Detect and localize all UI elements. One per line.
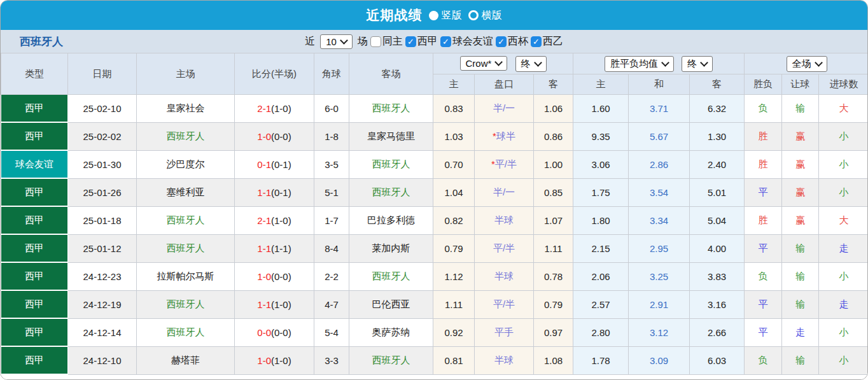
home-team-cell: 皇家社会: [137, 95, 235, 123]
type-cell: 西甲: [1, 178, 68, 206]
checkbox-label: 球会友谊: [452, 35, 493, 48]
avg-home-odds: 2.80: [573, 318, 629, 346]
checkbox-icon[interactable]: [531, 36, 542, 47]
avg-home-odds: 2.06: [573, 262, 629, 290]
score-cell: 2-1(1-0): [235, 95, 314, 123]
chevron-down-icon: [661, 59, 669, 67]
avg-draw-odds: 2.91: [629, 290, 690, 318]
avg-draw-odds: 3.12: [629, 318, 690, 346]
half-score: (0-0): [271, 327, 291, 338]
avg-home-odds: 2.57: [573, 290, 629, 318]
checkbox-icon[interactable]: [405, 36, 416, 47]
titlebar: 近期战绩 竖版 横版: [1, 1, 867, 30]
crow-home-odds: 0.92: [433, 318, 475, 346]
layout-horizontal-option[interactable]: 横版: [468, 9, 502, 22]
away-team-cell: 西班牙人: [349, 346, 433, 374]
avg-type-select[interactable]: 胜平负均值: [605, 56, 674, 72]
handicap-result-cell: 赢: [782, 178, 819, 206]
odds-company-value: Crow*: [466, 58, 492, 69]
layout-vertical-option[interactable]: 竖版: [429, 9, 462, 22]
score-cell: 0-0(0-0): [235, 318, 314, 346]
table-row: 西甲25-01-18西班牙人2-1(1-0)1-7巴拉多利德0.82半球1.07…: [1, 206, 868, 234]
handicap-result-cell: 输: [782, 262, 819, 290]
away-team-cell: 皇家马德里: [349, 122, 433, 150]
match-count-select[interactable]: 10: [320, 34, 353, 49]
table-row: 球会友谊25-01-30沙巴度尔0-1(0-1)3-5西班牙人0.70*平/半1…: [1, 150, 868, 178]
scope-select[interactable]: 全场: [787, 56, 827, 72]
score-cell: 1-1(1-0): [235, 290, 314, 318]
avg-home-odds: 1.60: [573, 95, 629, 123]
handicap-cell: 半/一: [475, 95, 534, 123]
col-header-date: 日期: [68, 53, 137, 95]
crow-away-odds: 0.97: [534, 318, 573, 346]
radio-unselected-icon[interactable]: [468, 10, 479, 20]
sub-col-header: 让球: [782, 74, 819, 95]
handicap-value: 平手: [494, 327, 514, 337]
avg-home-odds: 1.75: [573, 178, 629, 206]
half-score: (1-0): [271, 215, 291, 226]
home-team-cell: 赫塔菲: [137, 346, 235, 374]
col-header-score: 比分(半场): [235, 53, 314, 95]
result-cell: 胜: [745, 206, 782, 234]
home-team-cell: 西班牙人: [137, 290, 235, 318]
type-cell: 西甲: [1, 290, 68, 318]
match-count-value: 10: [326, 36, 337, 47]
page-title: 近期战绩: [367, 6, 423, 24]
half-score: (0-0): [271, 271, 291, 282]
sub-col-header: 客: [534, 74, 573, 95]
handicap-cell: 半球: [475, 346, 534, 374]
radio-selected-icon[interactable]: [429, 11, 438, 20]
handicap-result-cell: 赢: [782, 206, 819, 234]
full-score: 1-0: [257, 131, 271, 142]
handicap-cell: 平/半: [475, 290, 534, 318]
checkbox-icon[interactable]: [496, 36, 507, 47]
col-header-corner: 角球: [314, 53, 349, 95]
score-cell: 2-1(1-0): [235, 206, 314, 234]
handicap-value: 平/半: [493, 243, 515, 253]
crow-home-odds: 1.11: [433, 290, 475, 318]
checkbox-icon[interactable]: [370, 36, 381, 47]
odds-time-select[interactable]: 终: [515, 56, 547, 72]
avg-away-odds: 1.30: [690, 122, 745, 150]
checkbox-icon[interactable]: [440, 36, 451, 47]
handicap-cell: 平/半: [475, 234, 534, 262]
table-row: 西甲24-12-19西班牙人1-1(1-0)4-7巴伦西亚1.11平/半0.79…: [1, 290, 868, 318]
crow-away-odds: 1.11: [534, 234, 573, 262]
checkbox-copa[interactable]: 西杯: [496, 35, 528, 48]
avg-draw-odds: 2.86: [629, 150, 690, 178]
checkbox-laliga2[interactable]: 西乙: [531, 35, 563, 48]
avg-away-odds: 2.40: [690, 150, 745, 178]
away-team-cell: 西班牙人: [349, 150, 433, 178]
avg-away-odds: 5.04: [690, 206, 745, 234]
avg-draw-odds: 3.54: [629, 178, 690, 206]
goals-cell: 小: [819, 346, 868, 374]
near-label: 近: [305, 35, 315, 48]
table-row: 西甲25-02-02西班牙人1-0(0-0)1-8皇家马德里1.03*球半0.8…: [1, 122, 868, 150]
crow-away-odds: 0.79: [534, 290, 573, 318]
goals-cell: 小: [819, 262, 868, 290]
goals-cell: 小: [819, 318, 868, 346]
avg-group-header: 胜平负均值 终: [573, 53, 745, 74]
recent-results-panel: 近期战绩 竖版 横版 西班牙人 近 10 场 同主 西甲: [0, 0, 868, 380]
col-header-type: 类型: [1, 53, 68, 95]
avg-time-select[interactable]: 终: [682, 56, 713, 72]
handicap-result-cell: 赢: [782, 122, 819, 150]
handicap-value: 球半: [496, 130, 515, 141]
checkbox-label: 西甲: [417, 35, 438, 48]
type-cell: 西甲: [1, 318, 68, 346]
goals-cell: 走: [819, 290, 868, 318]
checkbox-laliga[interactable]: 西甲: [405, 35, 438, 48]
checkbox-same-host[interactable]: 同主: [370, 35, 403, 48]
table-row: 西甲25-02-10皇家社会2-1(1-0)6-0西班牙人0.83半/一1.06…: [1, 95, 868, 123]
avg-type-value: 胜平负均值: [610, 58, 658, 70]
handicap-result-cell: 走: [782, 318, 819, 346]
handicap-result-cell: 输: [782, 346, 819, 374]
checkbox-club-friendly[interactable]: 球会友谊: [440, 35, 493, 48]
date-cell: 24-12-19: [68, 290, 137, 318]
home-team-cell: 拉斯帕尔马斯: [137, 262, 235, 290]
home-team-cell: 塞维利亚: [137, 178, 235, 206]
avg-home-odds: 1.80: [573, 206, 629, 234]
scope-group-header: 全场: [745, 53, 868, 74]
odds-company-select[interactable]: Crow*: [460, 56, 508, 71]
sub-col-header: 盘口: [475, 74, 534, 95]
